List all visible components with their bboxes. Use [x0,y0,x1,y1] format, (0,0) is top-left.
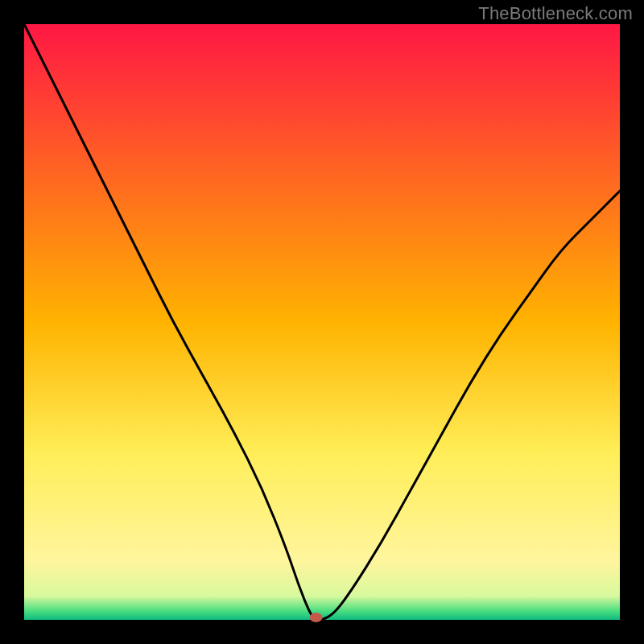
chart-gradient-background [24,24,620,620]
bottleneck-chart [0,0,644,644]
watermark-text: TheBottleneck.com [478,3,633,24]
optimal-point-marker [310,613,323,622]
